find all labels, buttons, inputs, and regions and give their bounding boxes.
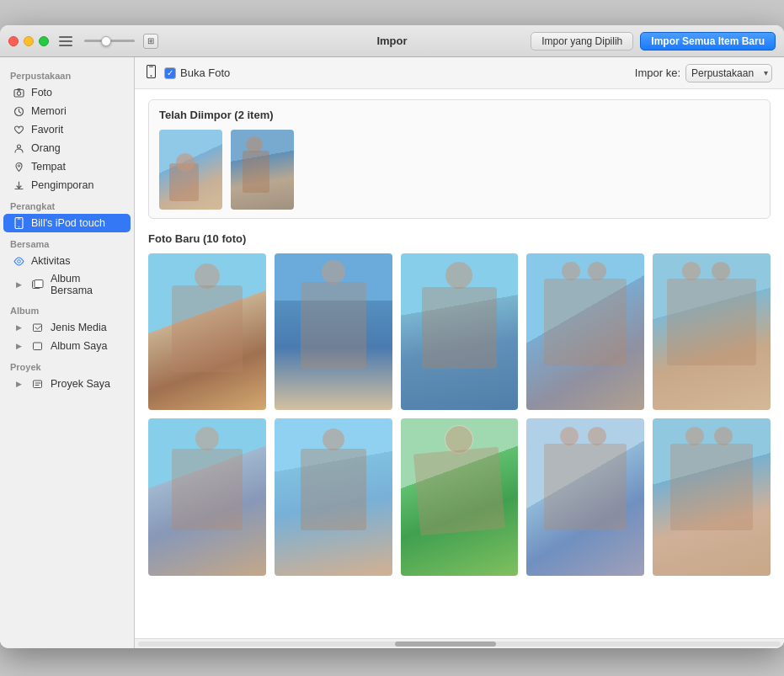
sidebar-item-aktivitas[interactable]: Aktivitas: [3, 252, 131, 270]
svg-point-4: [17, 145, 20, 148]
sidebar-shared-label: Bersama: [0, 232, 134, 252]
new-photos-grid: [148, 253, 771, 576]
sidebar-project-label: Proyek: [0, 355, 134, 375]
close-button[interactable]: [8, 36, 19, 46]
orang-label: Orang: [31, 142, 61, 154]
import-to-row: Impor ke: Perpustakaan: [635, 64, 772, 83]
photo-card-9[interactable]: [526, 418, 644, 575]
tempat-label: Tempat: [31, 161, 66, 173]
tempat-icon: [12, 160, 25, 173]
album-bersama-label: Album Bersama: [51, 273, 120, 296]
sidebar-item-jenis-media[interactable]: ▶ Jenis Media: [3, 318, 131, 337]
minimize-button[interactable]: [24, 36, 34, 46]
photo-card-10[interactable]: [653, 418, 771, 575]
zoom-slider-container: [84, 40, 135, 42]
titlebar-controls: ⊞: [56, 34, 158, 49]
photo-card-4[interactable]: [526, 253, 644, 410]
import-destination-select[interactable]: Perpustakaan: [685, 64, 772, 83]
favorit-icon: [12, 123, 25, 136]
expand-button[interactable]: ⊞: [143, 34, 158, 49]
aktivitas-label: Aktivitas: [31, 255, 71, 267]
scroll-track[interactable]: [138, 641, 781, 647]
photo-card-6[interactable]: [148, 418, 266, 575]
svg-rect-13: [33, 343, 41, 350]
photo-card-7[interactable]: [275, 418, 392, 575]
imported-section: Telah Diimpor (2 item): [148, 99, 771, 219]
imported-section-title: Telah Diimpor (2 item): [159, 109, 760, 121]
horizontal-scrollbar[interactable]: [135, 638, 784, 648]
svg-point-8: [18, 226, 19, 227]
titlebar: ⊞ Impor Impor yang Dipilih Impor Semua I…: [0, 25, 784, 57]
traffic-lights: [8, 36, 49, 46]
new-photos-title: Foto Baru (10 foto): [148, 232, 771, 245]
jenis-media-icon: [31, 321, 45, 334]
open-photos-checkbox[interactable]: ✓: [164, 67, 176, 79]
imported-photo-2[interactable]: [231, 130, 294, 210]
svg-rect-12: [33, 324, 41, 332]
titlebar-action-buttons: Impor yang Dipilih Impor Semua Item Baru: [531, 32, 776, 51]
import-selected-button[interactable]: Impor yang Dipilih: [531, 32, 633, 51]
device-label: Bill's iPod touch: [31, 217, 105, 229]
jenis-disclosure: ▶: [12, 321, 25, 334]
album-saya-disclosure: ▶: [12, 339, 25, 353]
sidebar: Perpustakaan Foto: [0, 57, 135, 648]
proyek-saya-label: Proyek Saya: [51, 378, 110, 390]
album-saya-icon: [31, 339, 45, 353]
content-toolbar: ✓ Buka Foto Impor ke: Perpustakaan: [135, 57, 784, 89]
maximize-button[interactable]: [39, 36, 49, 46]
zoom-slider[interactable]: [84, 40, 135, 42]
photo-card-3[interactable]: [401, 253, 519, 410]
svg-point-9: [17, 259, 20, 263]
foto-icon: [12, 86, 25, 99]
sidebar-item-foto[interactable]: Foto: [3, 83, 131, 102]
photo-card-2[interactable]: [275, 253, 392, 410]
memori-icon: [12, 104, 25, 118]
sidebar-device-label: Perangkat: [0, 194, 134, 214]
sidebar-item-pengimporan[interactable]: Pengimporan: [3, 176, 131, 194]
sidebar-toggle-button[interactable]: [59, 36, 72, 46]
photo-card-8[interactable]: [401, 418, 519, 575]
orang-icon: [12, 141, 25, 155]
favorit-label: Favorit: [31, 124, 63, 136]
sidebar-item-album-saya[interactable]: ▶ Album Saya: [3, 337, 131, 355]
import-all-button[interactable]: Impor Semua Item Baru: [640, 32, 776, 51]
open-photos-label: Buka Foto: [180, 67, 230, 79]
sidebar-item-favorit[interactable]: Favorit: [3, 120, 131, 139]
sidebar-item-memori[interactable]: Memori: [3, 102, 131, 120]
sidebar-item-tempat[interactable]: Tempat: [3, 157, 131, 176]
open-photos-checkbox-row[interactable]: ✓ Buka Foto: [164, 67, 230, 79]
sidebar-item-device[interactable]: Bill's iPod touch: [3, 214, 131, 232]
album-saya-label: Album Saya: [51, 340, 107, 352]
scroll-thumb[interactable]: [395, 641, 496, 647]
zoom-slider-thumb[interactable]: [101, 36, 111, 46]
svg-point-17: [151, 75, 152, 77]
toolbar-device-icon: [147, 65, 156, 82]
pengimporan-label: Pengimporan: [31, 179, 93, 191]
svg-point-5: [18, 164, 19, 166]
import-to-text: Impor ke:: [635, 67, 680, 79]
photo-scroll-area[interactable]: Telah Diimpor (2 item) Foto: [135, 89, 784, 638]
svg-rect-14: [33, 381, 41, 388]
imported-photo-1[interactable]: [159, 130, 222, 210]
photo-card-1[interactable]: [148, 253, 266, 410]
sidebar-item-orang[interactable]: Orang: [3, 139, 131, 157]
device-icon: [12, 216, 25, 230]
proyek-disclosure: ▶: [12, 377, 25, 391]
content-area: ✓ Buka Foto Impor ke: Perpustakaan Telah: [135, 57, 784, 648]
main-window: ⊞ Impor Impor yang Dipilih Impor Semua I…: [0, 25, 784, 648]
imported-photos-grid: [159, 130, 760, 210]
svg-point-1: [17, 91, 20, 94]
new-photos-section: Foto Baru (10 foto): [148, 232, 771, 576]
album-bersama-disclosure: ▶: [12, 278, 25, 291]
pengimporan-icon: [12, 178, 25, 192]
sidebar-item-proyek-saya[interactable]: ▶ Proyek Saya: [3, 375, 131, 393]
album-bersama-icon: [31, 278, 45, 291]
sidebar-album-label: Album: [0, 299, 134, 318]
sidebar-item-album-bersama[interactable]: ▶ Album Bersama: [3, 270, 131, 299]
proyek-saya-icon: [31, 377, 45, 391]
jenis-media-label: Jenis Media: [51, 322, 107, 333]
main-content: Perpustakaan Foto: [0, 57, 784, 648]
memori-label: Memori: [31, 105, 67, 117]
import-destination-wrapper[interactable]: Perpustakaan: [685, 64, 772, 83]
photo-card-5[interactable]: [653, 253, 771, 410]
